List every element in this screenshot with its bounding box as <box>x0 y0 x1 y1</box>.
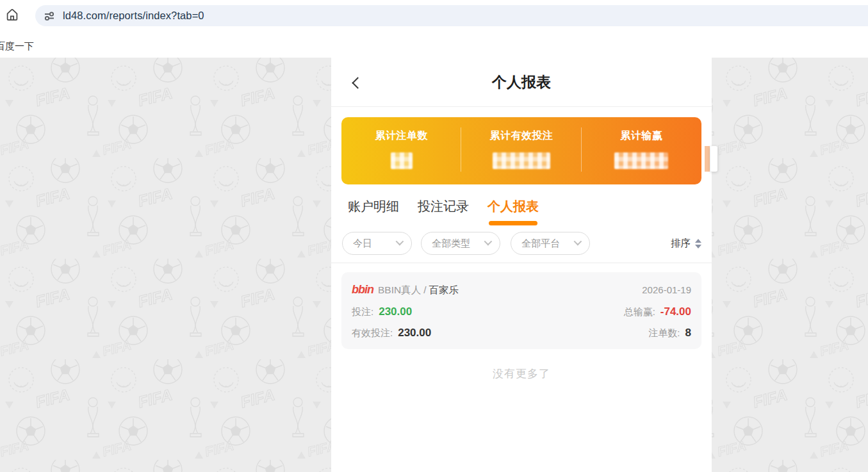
sort-arrows-icon <box>695 239 701 248</box>
record-header-row: bbin BBIN真人 / 百家乐 2026-01-19 <box>352 283 691 297</box>
stat-label: 累计有效投注 <box>489 129 553 143</box>
platform-filter-dropdown[interactable]: 全部平台 <box>511 232 590 255</box>
tab-bar: 账户明细 投注记录 个人报表 <box>348 198 712 225</box>
record-bet-row: 投注: 230.00 总输赢: -74.00 <box>352 305 691 318</box>
masked-value <box>493 152 550 169</box>
stat-total-winloss: 累计输赢 <box>582 117 701 184</box>
chevron-down-icon <box>574 237 582 245</box>
type-filter-label: 全部类型 <box>432 238 470 250</box>
name-separator: / <box>423 284 426 296</box>
tab-personal-report[interactable]: 个人报表 <box>487 198 539 225</box>
browser-chrome: ld48.com/reports/index?tab=0 百度一下 <box>0 0 868 58</box>
bookmark-baidu[interactable]: 百度一下 <box>0 40 34 53</box>
stat-total-valid-bets: 累计有效投注 <box>461 117 581 184</box>
type-filter-dropdown[interactable]: 全部类型 <box>421 232 500 255</box>
provider-name: BBIN真人 <box>378 284 421 297</box>
game-name: 百家乐 <box>429 284 459 297</box>
bet-count-value: 8 <box>685 327 691 339</box>
page-title: 个人报表 <box>331 58 712 107</box>
stat-total-bet-count: 累计注单数 <box>341 117 461 184</box>
bet-label: 投注: <box>352 306 373 318</box>
chevron-down-icon <box>484 237 493 245</box>
floating-widget[interactable] <box>705 146 717 172</box>
report-record-card[interactable]: bbin BBIN真人 / 百家乐 2026-01-19 投注: 230.00 … <box>341 272 701 349</box>
date-filter-dropdown[interactable]: 今日 <box>342 232 412 255</box>
chevron-down-icon <box>396 237 404 245</box>
no-more-text: 没有更多了 <box>331 366 712 381</box>
valid-bet-value: 230.00 <box>398 327 431 339</box>
record-valid-bet-row: 有效投注: 230.00 注单数: 8 <box>352 327 691 339</box>
divider <box>331 263 712 263</box>
tab-account-details[interactable]: 账户明细 <box>348 198 399 225</box>
filter-row: 今日 全部类型 全部平台 排序 <box>342 232 701 255</box>
floating-widget-body <box>710 146 717 172</box>
masked-value <box>391 152 413 169</box>
sort-control[interactable]: 排序 <box>671 237 701 250</box>
bbin-logo: bbin <box>352 283 373 297</box>
bookmarks-bar: 百度一下 <box>0 29 868 58</box>
tab-bet-records[interactable]: 投注记录 <box>418 198 469 225</box>
sort-label: 排序 <box>671 237 691 250</box>
stat-label: 累计输赢 <box>620 129 662 143</box>
home-icon <box>4 7 20 22</box>
site-permissions-icon[interactable] <box>41 8 58 24</box>
cumulative-stats-card: 累计注单数 累计有效投注 累计输赢 <box>341 117 701 184</box>
bet-value: 230.00 <box>379 305 412 318</box>
home-button[interactable] <box>4 7 20 22</box>
date-filter-label: 今日 <box>353 238 372 250</box>
bet-count-label: 注单数: <box>648 327 680 339</box>
winloss-value: -74.00 <box>660 305 691 318</box>
masked-value <box>614 152 668 169</box>
valid-bet-label: 有效投注: <box>352 327 393 339</box>
record-date: 2026-01-19 <box>642 284 691 295</box>
floating-widget-accent <box>705 146 710 172</box>
stat-label: 累计注单数 <box>375 129 428 143</box>
panel-header: 个人报表 <box>331 58 712 107</box>
browser-toolbar: ld48.com/reports/index?tab=0 <box>0 0 868 29</box>
winloss-label: 总输赢: <box>624 306 655 318</box>
url-text[interactable]: ld48.com/reports/index?tab=0 <box>63 10 204 22</box>
platform-filter-label: 全部平台 <box>521 238 560 250</box>
page-background: FIFA <box>0 58 868 472</box>
report-panel: 个人报表 累计注单数 累计有效投注 累计输赢 账户明细 投注记录 个人报表 今日 <box>331 58 712 472</box>
url-bar[interactable]: ld48.com/reports/index?tab=0 <box>35 5 868 26</box>
